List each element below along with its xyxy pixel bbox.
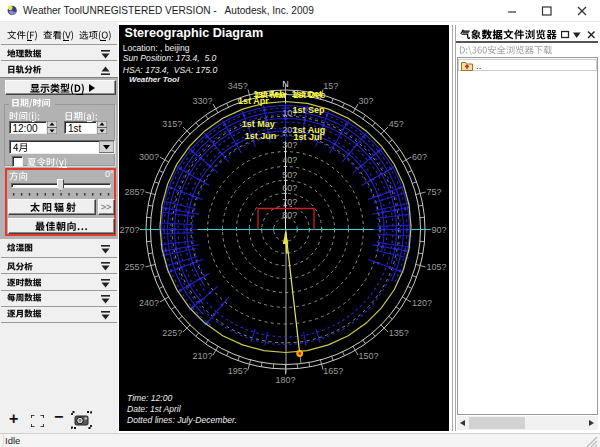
svg-text:330?: 330? [192, 96, 212, 106]
svg-text:210?: 210? [192, 351, 212, 361]
svg-text:60?: 60? [282, 183, 297, 193]
svg-text:165?: 165? [323, 366, 343, 376]
svg-text:300?: 300? [139, 152, 159, 162]
svg-text:255?: 255? [124, 262, 144, 272]
svg-text:105?: 105? [427, 262, 447, 272]
svg-text:40?: 40? [282, 155, 297, 165]
svg-text:N: N [282, 79, 289, 89]
svg-text:90?: 90? [432, 225, 447, 235]
svg-text:75?: 75? [427, 187, 442, 197]
svg-text:345?: 345? [228, 81, 248, 91]
svg-text:180?: 180? [275, 375, 295, 385]
svg-text:60?: 60? [412, 152, 427, 162]
svg-text:270?: 270? [119, 225, 139, 235]
svg-text:50?: 50? [282, 170, 297, 180]
svg-text:70?: 70? [282, 197, 297, 207]
svg-text:30?: 30? [359, 96, 374, 106]
svg-text:80?: 80? [282, 210, 297, 220]
svg-text:195?: 195? [228, 366, 248, 376]
svg-text:120?: 120? [412, 298, 432, 308]
svg-text:45?: 45? [389, 119, 404, 129]
svg-text:285?: 285? [124, 187, 144, 197]
svg-text:15?: 15? [323, 81, 338, 91]
svg-text:135?: 135? [389, 328, 409, 338]
svg-text:240?: 240? [139, 298, 159, 308]
svg-text:225?: 225? [162, 328, 182, 338]
svg-text:150?: 150? [359, 351, 379, 361]
svg-text:315?: 315? [162, 119, 182, 129]
